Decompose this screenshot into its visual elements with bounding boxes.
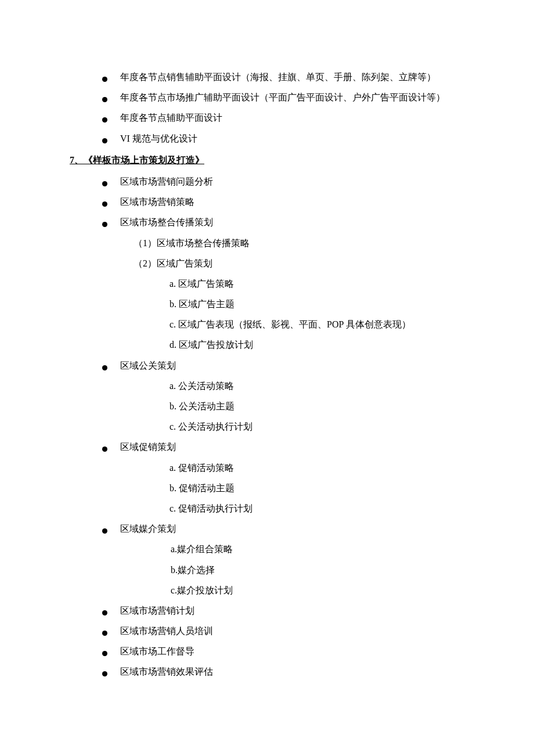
list-item-text: 区域市场营销策略 <box>120 192 499 212</box>
list-item: 区域媒介策划 <box>102 519 499 539</box>
list-item: 年度各节点市场推广辅助平面设计（平面广告平面设计、户外广告平面设计等） <box>102 87 499 107</box>
sub-item: （2）区域广告策划 <box>134 253 499 273</box>
list-item-text: 区域市场整合传播策划 <box>120 212 499 232</box>
list-item: VI 规范与优化设计 <box>102 128 499 149</box>
list-item-text: 区域促销策划 <box>120 437 499 457</box>
list-item: 区域市场营销计划 <box>102 600 499 621</box>
sub-sub-item: b. 促销活动主题 <box>169 478 499 498</box>
bullet-icon <box>102 447 107 452</box>
bullet-icon <box>102 138 107 143</box>
list-item-text: 区域市场营销人员培训 <box>120 621 499 641</box>
list-item-text: 区域市场营销计划 <box>120 600 499 621</box>
bullet-icon <box>102 651 107 656</box>
sub-sub-item: d. 区域广告投放计划 <box>169 334 499 355</box>
list-item: 区域市场营销效果评估 <box>102 661 499 682</box>
list-item-text: 区域媒介策划 <box>120 519 499 539</box>
list-item: 区域市场营销问题分析 <box>102 171 499 192</box>
list-item: 区域市场营销策略 <box>102 192 499 212</box>
bullet-icon <box>102 528 107 534</box>
list-item-text: 年度各节点市场推广辅助平面设计（平面广告平面设计、户外广告平面设计等） <box>120 87 499 107</box>
sub-sub-item: b.媒介选择 <box>171 560 499 580</box>
bullet-icon <box>102 610 107 615</box>
list-item-text: 区域公关策划 <box>120 355 499 376</box>
sub-sub-item: b. 公关活动主题 <box>169 396 499 416</box>
list-item: 区域市场营销人员培训 <box>102 621 499 641</box>
bullet-icon <box>102 631 107 636</box>
list-item-text: 区域市场营销问题分析 <box>120 171 499 192</box>
bullet-icon <box>102 97 107 102</box>
list-item: 年度各节点辅助平面设计 <box>102 107 499 128</box>
section-heading: 7、《样板市场上市策划及打造》 <box>70 150 499 170</box>
list-item: 年度各节点销售辅助平面设计（海报、挂旗、单页、手册、陈列架、立牌等） <box>102 67 499 87</box>
bullet-icon <box>102 222 107 227</box>
sub-sub-item: c. 区域广告表现（报纸、影视、平面、POP 具体创意表现） <box>169 314 499 334</box>
list-item: 区域公关策划 <box>102 355 499 376</box>
bullet-icon <box>102 181 107 186</box>
document-body: 年度各节点销售辅助平面设计（海报、挂旗、单页、手册、陈列架、立牌等） 年度各节点… <box>0 67 534 682</box>
bullet-icon <box>102 671 107 676</box>
sub-sub-item: a.媒介组合策略 <box>171 539 499 559</box>
list-item: 区域市场整合传播策划 <box>102 212 499 232</box>
sub-sub-item: c.媒介投放计划 <box>171 580 499 600</box>
list-item-text: 区域市场营销效果评估 <box>120 661 499 682</box>
list-item-text: VI 规范与优化设计 <box>120 128 499 149</box>
sub-sub-item: a. 公关活动策略 <box>169 376 499 396</box>
sub-sub-item: c. 促销活动执行计划 <box>169 498 499 519</box>
sub-sub-item: a. 区域广告策略 <box>169 273 499 294</box>
bullet-icon <box>102 201 107 207</box>
bullet-icon <box>102 117 107 123</box>
list-item: 区域市场工作督导 <box>102 641 499 661</box>
list-item-text: 区域市场工作督导 <box>120 641 499 661</box>
list-item: 区域促销策划 <box>102 437 499 457</box>
sub-sub-item: b. 区域广告主题 <box>169 294 499 314</box>
bullet-icon <box>102 365 107 370</box>
bullet-icon <box>102 77 107 82</box>
sub-sub-item: a. 促销活动策略 <box>169 458 499 478</box>
sub-sub-item: c. 公关活动执行计划 <box>169 416 499 437</box>
list-item-text: 年度各节点辅助平面设计 <box>120 107 499 128</box>
list-item-text: 年度各节点销售辅助平面设计（海报、挂旗、单页、手册、陈列架、立牌等） <box>120 67 499 87</box>
sub-item: （1）区域市场整合传播策略 <box>134 233 499 253</box>
